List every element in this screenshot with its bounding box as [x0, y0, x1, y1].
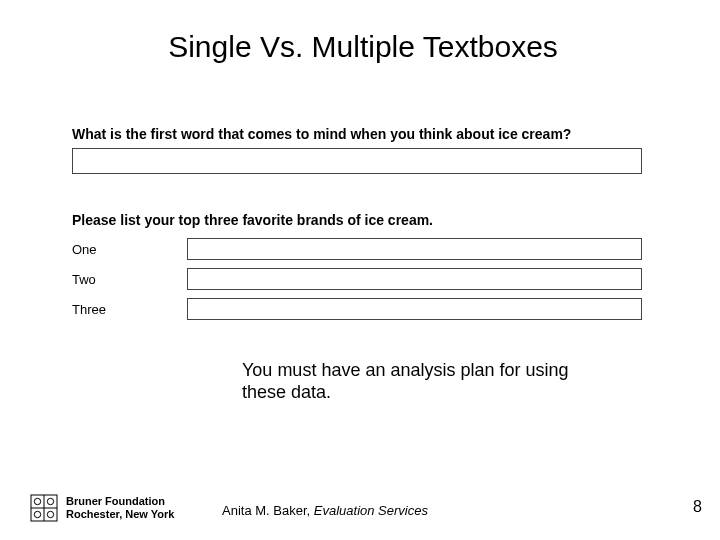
question2-label: Please list your top three favorite bran… [72, 212, 664, 228]
row-label-two: Two [72, 272, 187, 287]
analysis-note: You must have an analysis plan for using… [242, 360, 602, 403]
svg-point-4 [47, 498, 53, 504]
org-name: Bruner Foundation [66, 495, 174, 508]
question1-label: What is the first word that comes to min… [72, 126, 664, 142]
question1-input[interactable] [72, 148, 642, 174]
org-block: Bruner Foundation Rochester, New York [66, 495, 174, 520]
footer: Bruner Foundation Rochester, New York An… [0, 484, 720, 522]
question2-row-one: One [72, 238, 664, 260]
question2-input-two[interactable] [187, 268, 642, 290]
question2-row-three: Three [72, 298, 664, 320]
svg-point-3 [34, 498, 40, 504]
page-number: 8 [693, 498, 702, 516]
question2-row-two: Two [72, 268, 664, 290]
logo-icon [30, 494, 58, 522]
row-label-one: One [72, 242, 187, 257]
footer-left: Bruner Foundation Rochester, New York [30, 494, 174, 522]
svg-point-5 [34, 511, 40, 517]
row-label-three: Three [72, 302, 187, 317]
page-title: Single Vs. Multiple Textboxes [62, 30, 664, 64]
attribution-em: Evaluation Services [314, 503, 428, 518]
attribution-name: Anita M. Baker, [222, 503, 314, 518]
question2-input-three[interactable] [187, 298, 642, 320]
slide: Single Vs. Multiple Textboxes What is th… [0, 0, 720, 540]
svg-point-6 [47, 511, 53, 517]
org-location: Rochester, New York [66, 508, 174, 521]
attribution: Anita M. Baker, Evaluation Services [222, 503, 428, 518]
question2-input-one[interactable] [187, 238, 642, 260]
